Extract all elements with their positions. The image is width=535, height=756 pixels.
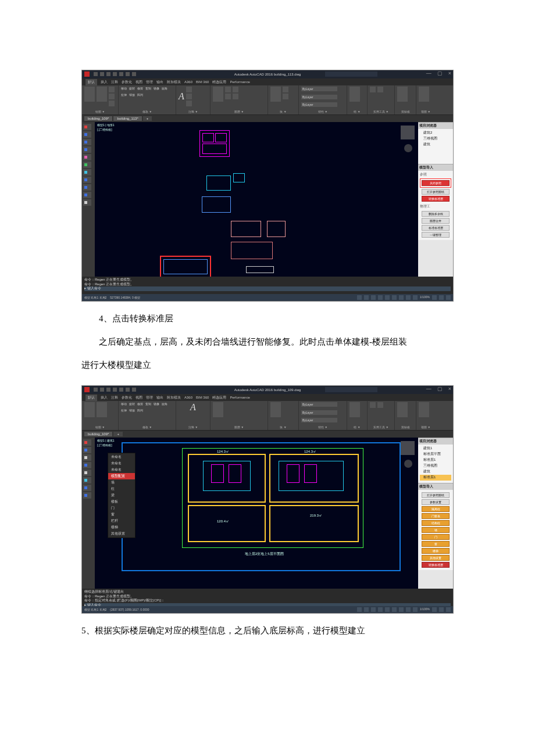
model-button[interactable]: 墙: [422, 527, 450, 533]
ribbon-tab[interactable]: 管理: [146, 395, 153, 400]
palette-tool[interactable]: [83, 177, 91, 183]
text-button[interactable]: A: [179, 91, 184, 102]
model-button[interactable]: 其他设置: [422, 555, 450, 561]
ribbon-tab[interactable]: 精选应用: [212, 80, 226, 85]
palette-tool[interactable]: [83, 470, 91, 476]
cleanup-button[interactable]: 删除多余线: [422, 211, 450, 217]
group-button[interactable]: [349, 87, 360, 102]
model-button[interactable]: 结构柱: [422, 520, 450, 526]
ribbon-tab[interactable]: 插入: [101, 395, 108, 400]
ctx-item[interactable]: 窗: [108, 511, 135, 518]
maximize-icon[interactable]: ▢: [437, 386, 443, 392]
quick-access-toolbar[interactable]: [94, 72, 136, 76]
app-icon[interactable]: [84, 71, 90, 77]
modify-cmd[interactable]: 旋转: [129, 87, 135, 91]
ctx-item[interactable]: 门: [108, 505, 135, 511]
ribbon-tab[interactable]: 插入: [101, 80, 108, 85]
ctx-item[interactable]: 柱: [108, 486, 135, 492]
cleanup-button[interactable]: 标准标准层: [422, 225, 450, 231]
ribbon-tab[interactable]: BIM 360: [196, 80, 209, 84]
search-box[interactable]: [325, 387, 377, 392]
palette-tool[interactable]: [83, 454, 91, 461]
layer-button[interactable]: [225, 87, 231, 92]
close-icon[interactable]: ×: [448, 386, 451, 392]
nav-bar[interactable]: [404, 460, 412, 468]
ribbon-tab[interactable]: 附加模块: [167, 80, 181, 85]
ribbon-tabs[interactable]: 默认 插入 注释 参数化 视图 管理 输出 附加模块 A360 BIM 360 …: [82, 78, 453, 85]
ribbon-tab[interactable]: 输出: [156, 395, 163, 400]
palette-tool[interactable]: [83, 169, 91, 175]
ribbon-tab[interactable]: A360: [184, 396, 192, 399]
tree-item[interactable]: 标准层平面: [420, 452, 451, 457]
ribbon-tab[interactable]: 视图: [135, 80, 142, 85]
search-box[interactable]: [325, 71, 377, 77]
tree-item[interactable]: 建筑: [420, 469, 451, 475]
minimize-icon[interactable]: —: [426, 70, 431, 76]
minimize-icon[interactable]: —: [426, 386, 431, 392]
block-button[interactable]: [283, 87, 288, 92]
ribbon-tab[interactable]: BIM 360: [196, 396, 209, 399]
cleanup-button[interactable]: 图层合并: [422, 218, 450, 224]
visual-style-label[interactable]: [.]二维线框]: [97, 128, 112, 131]
modify-cmd[interactable]: 镜像: [154, 87, 159, 91]
table-button[interactable]: [186, 101, 192, 106]
modify-cmd[interactable]: 移动: [121, 87, 127, 91]
line-button[interactable]: [84, 87, 95, 102]
modify-cmd[interactable]: 阵列: [137, 93, 143, 97]
layer-button[interactable]: [233, 87, 238, 92]
window-controls[interactable]: — ▢ ×: [426, 386, 451, 392]
palette-tool[interactable]: [83, 485, 91, 491]
ribbon-tab[interactable]: 管理: [146, 80, 153, 85]
model-button[interactable]: 门窗表: [422, 513, 450, 519]
tree-item[interactable]: 建筑2: [420, 130, 451, 136]
layer-button[interactable]: [233, 94, 238, 99]
ribbon-tab[interactable]: 精选应用: [212, 395, 226, 400]
tree-item-selected[interactable]: 标准层1: [420, 475, 451, 481]
ctx-item[interactable]: 墙: [108, 479, 135, 486]
palette-tool[interactable]: [83, 124, 91, 130]
layout-tabs[interactable]: 模型 布局1 布局2: [84, 296, 106, 299]
visual-style-label[interactable]: [.]二维线框]: [97, 443, 112, 447]
palette-tool[interactable]: [83, 492, 91, 499]
ribbon-tab[interactable]: 注释: [111, 80, 118, 85]
open-ref-button[interactable]: 打开参照图纸: [422, 492, 450, 498]
ribbon-tab[interactable]: 默认: [85, 79, 97, 85]
file-tab[interactable]: building_109*: [84, 432, 112, 436]
model-button[interactable]: 窗: [422, 541, 450, 547]
tool-palette[interactable]: [82, 122, 95, 277]
project-browser-body[interactable]: 建筑2 三维视图 建筑: [418, 129, 453, 164]
close-icon[interactable]: ×: [448, 70, 451, 76]
util-button[interactable]: [377, 87, 383, 92]
param-button[interactable]: 参数设置: [422, 499, 450, 505]
viewcube[interactable]: [401, 441, 415, 455]
palette-tool[interactable]: [83, 139, 91, 145]
leader-button[interactable]: [186, 94, 192, 99]
palette-tool[interactable]: [83, 447, 91, 453]
palette-tool[interactable]: [83, 192, 91, 198]
palette-tool[interactable]: [83, 477, 91, 483]
open-ref-button[interactable]: 打开参照图纸: [422, 189, 450, 195]
ctx-item[interactable]: 未命名: [108, 467, 135, 473]
lineweight-dropdown[interactable]: ByLayer: [301, 102, 337, 107]
zoom-label[interactable]: 1/100%: [420, 295, 430, 300]
polyline-button[interactable]: [97, 87, 107, 102]
nav-bar[interactable]: [404, 144, 412, 152]
paste-button[interactable]: [397, 87, 408, 102]
ribbon-tab[interactable]: 参数化: [122, 80, 132, 85]
tree-item[interactable]: 三维视图: [420, 136, 451, 142]
tree-item[interactable]: 三维视图: [420, 463, 451, 469]
cmd-input[interactable]: ▸ 键入命令: [84, 286, 451, 291]
palette-tool[interactable]: [83, 162, 91, 168]
file-tab[interactable]: building_109*: [84, 116, 112, 121]
maximize-icon[interactable]: ▢: [437, 70, 443, 76]
ctx-item[interactable]: 楼板: [108, 499, 135, 505]
ctx-item[interactable]: 未命名: [108, 454, 135, 460]
ribbon-tab[interactable]: 注释: [111, 395, 118, 400]
window-controls[interactable]: — ▢ ×: [426, 70, 451, 76]
ctx-item[interactable]: 梁: [108, 492, 135, 499]
modify-cmd[interactable]: 拉伸: [121, 93, 127, 97]
status-bar[interactable]: 模型 布局1 布局2 527390.148384, 0 模型 1/100%: [82, 294, 453, 301]
ribbon-tab[interactable]: 参数化: [122, 395, 132, 400]
palette-tool[interactable]: [83, 131, 91, 138]
convert-std-layer-button[interactable]: 转换标准层: [422, 562, 450, 568]
